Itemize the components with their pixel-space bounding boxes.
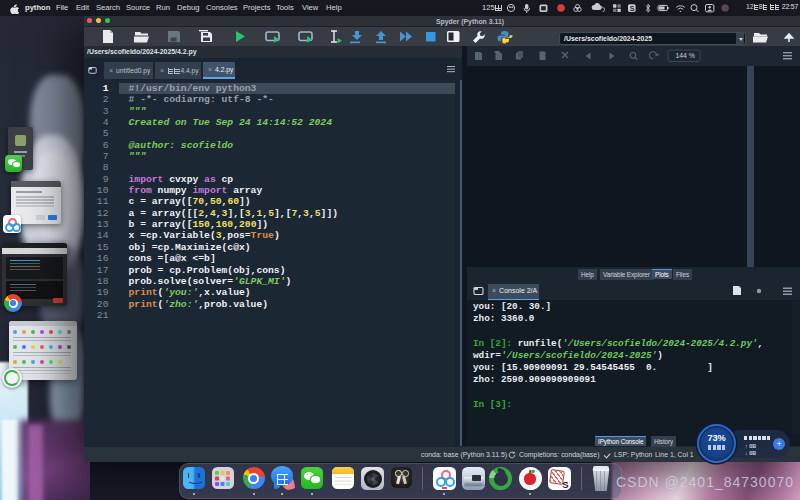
svg-text:144 %: 144 % <box>676 52 695 59</box>
svg-text:S: S <box>630 5 635 12</box>
